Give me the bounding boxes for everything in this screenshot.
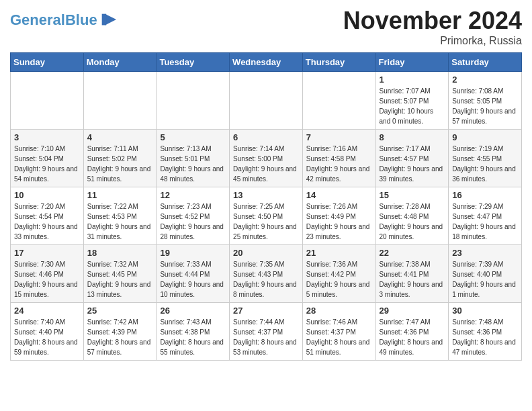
weekday-header: Thursday bbox=[302, 53, 375, 72]
calendar-cell bbox=[302, 72, 375, 130]
day-info: Sunrise: 7:16 AMSunset: 4:58 PMDaylight:… bbox=[306, 144, 372, 184]
calendar-cell: 16Sunrise: 7:29 AMSunset: 4:47 PMDayligh… bbox=[449, 187, 522, 245]
day-info: Sunrise: 7:48 AMSunset: 4:36 PMDaylight:… bbox=[452, 317, 518, 357]
day-info: Sunrise: 7:44 AMSunset: 4:37 PMDaylight:… bbox=[233, 317, 299, 357]
calendar-week-row: 17Sunrise: 7:30 AMSunset: 4:46 PMDayligh… bbox=[11, 245, 522, 303]
calendar-cell: 18Sunrise: 7:32 AMSunset: 4:45 PMDayligh… bbox=[83, 245, 157, 303]
day-number: 7 bbox=[306, 132, 372, 142]
day-info: Sunrise: 7:07 AMSunset: 5:07 PMDaylight:… bbox=[380, 86, 445, 126]
weekday-header: Tuesday bbox=[157, 53, 230, 72]
weekday-header: Saturday bbox=[449, 53, 522, 72]
day-info: Sunrise: 7:39 AMSunset: 4:40 PMDaylight:… bbox=[452, 259, 518, 300]
weekday-header: Monday bbox=[83, 53, 157, 72]
calendar-cell: 23Sunrise: 7:39 AMSunset: 4:40 PMDayligh… bbox=[449, 245, 522, 303]
logo-icon bbox=[99, 11, 118, 30]
day-info: Sunrise: 7:20 AMSunset: 4:54 PMDaylight:… bbox=[14, 201, 80, 242]
day-number: 26 bbox=[160, 306, 226, 316]
calendar-cell: 27Sunrise: 7:44 AMSunset: 4:37 PMDayligh… bbox=[230, 303, 303, 361]
day-info: Sunrise: 7:23 AMSunset: 4:52 PMDaylight:… bbox=[160, 201, 226, 242]
calendar-cell: 3Sunrise: 7:10 AMSunset: 5:04 PMDaylight… bbox=[11, 130, 84, 187]
day-number: 19 bbox=[160, 248, 226, 258]
calendar-cell bbox=[11, 72, 84, 130]
calendar-cell: 7Sunrise: 7:16 AMSunset: 4:58 PMDaylight… bbox=[302, 130, 375, 187]
day-number: 29 bbox=[380, 306, 445, 316]
weekday-header: Sunday bbox=[11, 53, 84, 72]
day-number: 15 bbox=[380, 190, 445, 200]
calendar-week-row: 1Sunrise: 7:07 AMSunset: 5:07 PMDaylight… bbox=[11, 72, 522, 130]
calendar-week-row: 10Sunrise: 7:20 AMSunset: 4:54 PMDayligh… bbox=[11, 187, 522, 245]
day-info: Sunrise: 7:11 AMSunset: 5:02 PMDaylight:… bbox=[87, 144, 153, 184]
day-info: Sunrise: 7:46 AMSunset: 4:37 PMDaylight:… bbox=[306, 317, 372, 357]
calendar-cell: 14Sunrise: 7:26 AMSunset: 4:49 PMDayligh… bbox=[302, 187, 375, 245]
day-number: 3 bbox=[14, 132, 80, 142]
day-info: Sunrise: 7:35 AMSunset: 4:43 PMDaylight:… bbox=[233, 259, 299, 300]
calendar-cell: 29Sunrise: 7:47 AMSunset: 4:36 PMDayligh… bbox=[375, 303, 449, 361]
calendar-cell: 28Sunrise: 7:46 AMSunset: 4:37 PMDayligh… bbox=[302, 303, 375, 361]
day-number: 18 bbox=[87, 248, 153, 258]
calendar-cell: 26Sunrise: 7:43 AMSunset: 4:38 PMDayligh… bbox=[157, 303, 230, 361]
svg-rect-1 bbox=[101, 14, 106, 26]
calendar-cell: 4Sunrise: 7:11 AMSunset: 5:02 PMDaylight… bbox=[83, 130, 157, 187]
day-number: 1 bbox=[380, 75, 445, 85]
calendar-cell: 12Sunrise: 7:23 AMSunset: 4:52 PMDayligh… bbox=[157, 187, 230, 245]
day-info: Sunrise: 7:42 AMSunset: 4:39 PMDaylight:… bbox=[87, 317, 153, 357]
day-info: Sunrise: 7:29 AMSunset: 4:47 PMDaylight:… bbox=[452, 201, 518, 242]
title-block: November 2024 Primorka, Russia bbox=[343, 7, 522, 47]
day-info: Sunrise: 7:47 AMSunset: 4:36 PMDaylight:… bbox=[380, 317, 445, 357]
day-info: Sunrise: 7:10 AMSunset: 5:04 PMDaylight:… bbox=[14, 144, 80, 184]
day-number: 21 bbox=[306, 248, 372, 258]
svg-marker-0 bbox=[105, 14, 116, 26]
calendar-cell bbox=[157, 72, 230, 130]
day-number: 10 bbox=[14, 190, 80, 200]
calendar-week-row: 3Sunrise: 7:10 AMSunset: 5:04 PMDaylight… bbox=[11, 130, 522, 187]
day-number: 22 bbox=[380, 248, 445, 258]
page-header: GeneralBlue November 2024 Primorka, Russ… bbox=[10, 7, 522, 47]
day-number: 17 bbox=[14, 248, 80, 258]
day-number: 4 bbox=[87, 132, 153, 142]
day-info: Sunrise: 7:32 AMSunset: 4:45 PMDaylight:… bbox=[87, 259, 153, 300]
day-info: Sunrise: 7:28 AMSunset: 4:48 PMDaylight:… bbox=[380, 201, 445, 242]
day-info: Sunrise: 7:13 AMSunset: 5:01 PMDaylight:… bbox=[160, 144, 226, 184]
day-number: 23 bbox=[452, 248, 518, 258]
logo-general: General bbox=[10, 11, 65, 28]
calendar-cell: 1Sunrise: 7:07 AMSunset: 5:07 PMDaylight… bbox=[375, 72, 449, 130]
day-info: Sunrise: 7:17 AMSunset: 4:57 PMDaylight:… bbox=[380, 144, 445, 184]
calendar-cell: 22Sunrise: 7:38 AMSunset: 4:41 PMDayligh… bbox=[375, 245, 449, 303]
day-info: Sunrise: 7:30 AMSunset: 4:46 PMDaylight:… bbox=[14, 259, 80, 300]
day-number: 9 bbox=[452, 132, 518, 142]
day-number: 20 bbox=[233, 248, 299, 258]
day-info: Sunrise: 7:33 AMSunset: 4:44 PMDaylight:… bbox=[160, 259, 226, 300]
calendar-cell: 30Sunrise: 7:48 AMSunset: 4:36 PMDayligh… bbox=[449, 303, 522, 361]
calendar-cell: 20Sunrise: 7:35 AMSunset: 4:43 PMDayligh… bbox=[230, 245, 303, 303]
calendar-cell: 10Sunrise: 7:20 AMSunset: 4:54 PMDayligh… bbox=[11, 187, 84, 245]
day-number: 30 bbox=[452, 306, 518, 316]
day-info: Sunrise: 7:22 AMSunset: 4:53 PMDaylight:… bbox=[87, 201, 153, 242]
calendar-cell: 8Sunrise: 7:17 AMSunset: 4:57 PMDaylight… bbox=[375, 130, 449, 187]
logo-blue: Blue bbox=[65, 11, 97, 28]
calendar-cell: 25Sunrise: 7:42 AMSunset: 4:39 PMDayligh… bbox=[83, 303, 157, 361]
day-info: Sunrise: 7:25 AMSunset: 4:50 PMDaylight:… bbox=[233, 201, 299, 242]
day-number: 25 bbox=[87, 306, 153, 316]
calendar-cell: 24Sunrise: 7:40 AMSunset: 4:40 PMDayligh… bbox=[11, 303, 84, 361]
month-title: November 2024 bbox=[343, 7, 522, 35]
day-number: 13 bbox=[233, 190, 299, 200]
calendar-cell: 11Sunrise: 7:22 AMSunset: 4:53 PMDayligh… bbox=[83, 187, 157, 245]
calendar-cell: 15Sunrise: 7:28 AMSunset: 4:48 PMDayligh… bbox=[375, 187, 449, 245]
calendar-cell: 5Sunrise: 7:13 AMSunset: 5:01 PMDaylight… bbox=[157, 130, 230, 187]
logo: GeneralBlue bbox=[10, 11, 118, 30]
calendar-cell: 19Sunrise: 7:33 AMSunset: 4:44 PMDayligh… bbox=[157, 245, 230, 303]
weekday-header-row: SundayMondayTuesdayWednesdayThursdayFrid… bbox=[11, 53, 522, 72]
day-number: 27 bbox=[233, 306, 299, 316]
day-number: 2 bbox=[452, 75, 518, 85]
day-info: Sunrise: 7:08 AMSunset: 5:05 PMDaylight:… bbox=[452, 86, 518, 126]
day-info: Sunrise: 7:14 AMSunset: 5:00 PMDaylight:… bbox=[233, 144, 299, 184]
day-number: 5 bbox=[160, 132, 226, 142]
calendar-cell: 17Sunrise: 7:30 AMSunset: 4:46 PMDayligh… bbox=[11, 245, 84, 303]
calendar-cell: 9Sunrise: 7:19 AMSunset: 4:55 PMDaylight… bbox=[449, 130, 522, 187]
weekday-header: Wednesday bbox=[230, 53, 303, 72]
logo-text: GeneralBlue bbox=[10, 13, 97, 28]
calendar-week-row: 24Sunrise: 7:40 AMSunset: 4:40 PMDayligh… bbox=[11, 303, 522, 361]
day-info: Sunrise: 7:38 AMSunset: 4:41 PMDaylight:… bbox=[380, 259, 445, 300]
calendar-cell: 2Sunrise: 7:08 AMSunset: 5:05 PMDaylight… bbox=[449, 72, 522, 130]
calendar-cell bbox=[83, 72, 157, 130]
